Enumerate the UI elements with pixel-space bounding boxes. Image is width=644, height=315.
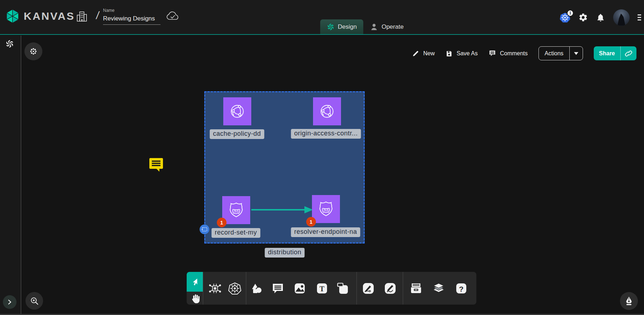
- organization-icon[interactable]: [75, 10, 88, 23]
- share-label[interactable]: Share: [594, 46, 620, 60]
- settings-gear-icon[interactable]: [578, 13, 588, 22]
- components-tool-button[interactable]: [209, 282, 221, 295]
- new-button[interactable]: New: [412, 50, 435, 57]
- design-name-input[interactable]: [103, 14, 160, 25]
- tab-design-label: Design: [338, 23, 357, 31]
- meshery-spiral-icon[interactable]: [5, 39, 14, 48]
- notifications-bell-icon[interactable]: [596, 13, 605, 22]
- dot-flower-icon: [29, 47, 37, 55]
- node-label[interactable]: record-set-my: [211, 228, 260, 238]
- shapes-tool-button[interactable]: [251, 282, 263, 295]
- tab-operate[interactable]: Operate: [363, 19, 410, 34]
- expand-sidebar-button[interactable]: [3, 295, 17, 309]
- zoom-in-icon: [30, 296, 39, 306]
- save-as-label: Save As: [457, 50, 478, 57]
- layers-tool-button[interactable]: [432, 282, 445, 295]
- cloudfront-globe-icon: [318, 102, 336, 121]
- node-resolver-endpoint[interactable]: 53: [312, 195, 340, 223]
- kubernetes-context-badge: 1: [567, 10, 574, 17]
- overflow-menu-icon[interactable]: [638, 12, 641, 23]
- saved-designs-drawer-button[interactable]: [410, 282, 423, 295]
- share-split-button[interactable]: Share: [594, 46, 636, 60]
- app-header: KANVAS / Name: [0, 0, 644, 35]
- header-actions: 1: [560, 0, 641, 35]
- mode-tabs: Design Operate: [320, 19, 410, 34]
- cursor-arrow-icon: [191, 278, 199, 286]
- node-cache-policy[interactable]: [223, 97, 251, 125]
- comment-icon: [489, 50, 496, 57]
- canvas-context-button[interactable]: [24, 42, 42, 60]
- node-label[interactable]: resolver-endpoint-na: [291, 227, 360, 237]
- group-label[interactable]: distribution: [265, 248, 304, 258]
- comment-tool-button[interactable]: [271, 282, 284, 295]
- tool-dock: T ?: [187, 272, 476, 305]
- dock-divider: [246, 272, 246, 305]
- comment-pin[interactable]: [149, 157, 164, 172]
- design-name-label: Name: [103, 8, 160, 13]
- caret-down-icon: [574, 52, 578, 55]
- pencil-icon: [412, 50, 419, 57]
- chevron-right-icon: [7, 299, 13, 305]
- pen-nib-icon: [624, 296, 634, 306]
- actions-dropdown-toggle[interactable]: [569, 47, 583, 60]
- design-spiral-icon: [327, 23, 335, 31]
- route53-shield-icon: 53: [227, 200, 246, 220]
- copy-link-button[interactable]: [620, 46, 636, 60]
- frame-tool-button[interactable]: [336, 282, 349, 295]
- node-alert-badge[interactable]: 1: [217, 218, 227, 227]
- comments-button[interactable]: Comments: [489, 50, 528, 57]
- design-name-field: Name: [103, 8, 160, 25]
- cloudfront-globe-icon: [228, 102, 247, 121]
- zoom-in-button[interactable]: [25, 292, 43, 310]
- actions-label[interactable]: Actions: [539, 47, 569, 60]
- kubernetes-context-button[interactable]: 1: [560, 12, 570, 23]
- actions-split-button[interactable]: Actions: [538, 46, 583, 60]
- kanvas-logo-icon: [5, 9, 20, 24]
- operate-person-icon: [370, 23, 378, 31]
- svg-text:T: T: [319, 285, 325, 293]
- svg-text:?: ?: [459, 285, 464, 293]
- pan-hand-tool-button[interactable]: [190, 293, 201, 304]
- brand[interactable]: KANVAS: [5, 9, 75, 24]
- group-select-handle[interactable]: [200, 224, 209, 234]
- dock-divider: [203, 272, 203, 305]
- save-as-button[interactable]: Save As: [445, 50, 478, 57]
- route53-shield-icon: 53: [316, 199, 336, 219]
- link-icon: [625, 50, 633, 57]
- node-alert-badge[interactable]: 1: [306, 217, 316, 227]
- dock-divider: [403, 272, 403, 305]
- node-label[interactable]: cache-policy-dd: [210, 129, 264, 139]
- breadcrumb-separator: /: [95, 9, 100, 22]
- dashed-rect-icon: [201, 227, 207, 232]
- left-rail: [0, 36, 21, 314]
- node-record-set[interactable]: 53: [222, 196, 250, 224]
- brand-wordmark: KANVAS: [24, 10, 75, 22]
- help-tool-button[interactable]: ?: [455, 282, 468, 295]
- new-label: New: [423, 50, 435, 57]
- design-toolbar: New Save As Comments Actions Share: [412, 46, 636, 60]
- tab-operate-label: Operate: [382, 23, 403, 31]
- select-tool-button[interactable]: [187, 272, 203, 292]
- cloud-sync-status-icon: [166, 10, 179, 22]
- save-icon: [445, 50, 453, 57]
- node-label[interactable]: origin-access-contr...: [291, 129, 361, 139]
- svg-text:53: 53: [323, 207, 328, 212]
- image-tool-button[interactable]: [293, 282, 306, 295]
- comments-label: Comments: [500, 50, 528, 57]
- dock-divider: [356, 272, 357, 305]
- kubernetes-tool-button[interactable]: [228, 282, 241, 295]
- text-tool-button[interactable]: T: [316, 282, 328, 295]
- path-pen-tool-button[interactable]: [362, 282, 375, 295]
- tab-design[interactable]: Design: [320, 19, 363, 34]
- node-origin-access[interactable]: [313, 97, 341, 125]
- freehand-draw-tool-button[interactable]: [384, 282, 397, 295]
- svg-text:53: 53: [234, 208, 239, 213]
- user-avatar[interactable]: [613, 9, 630, 26]
- edge-record-set-to-resolver[interactable]: [251, 205, 314, 214]
- annotation-pen-button[interactable]: [620, 292, 638, 310]
